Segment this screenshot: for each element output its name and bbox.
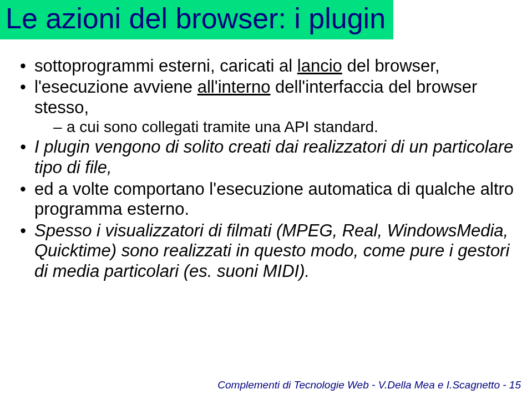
title-box: Le azioni del browser: i plugin [0, 0, 393, 39]
slide: Le azioni del browser: i plugin sottopro… [0, 0, 532, 399]
sub-bullet-1: a cui sono collegati tramite una API sta… [53, 118, 515, 136]
bullet-2-pre: l'esecuzione avviene [34, 77, 197, 97]
bullet-2-underline: all'interno [197, 77, 271, 97]
bullet-1: sottoprogrammi esterni, caricati al lanc… [19, 56, 515, 77]
footer-text: Complementi di Tecnologie Web - V.Della … [217, 379, 509, 391]
bullet-1-post: del browser, [342, 56, 440, 75]
bullet-5: Spesso i visualizzatori di filmati (MPEG… [19, 221, 515, 282]
bullet-1-pre: sottoprogrammi esterni, caricati al [34, 56, 297, 75]
slide-title: Le azioni del browser: i plugin [6, 3, 386, 34]
footer: Complementi di Tecnologie Web - V.Della … [217, 379, 521, 391]
sub-list: a cui sono collegati tramite una API sta… [53, 118, 515, 136]
page-number: 15 [509, 379, 521, 391]
bullet-2: l'esecuzione avviene all'interno dell'in… [19, 77, 515, 136]
bullet-4: ed a volte comportano l'esecuzione autom… [19, 179, 515, 220]
bullet-1-underline: lancio [297, 56, 342, 75]
bullet-3: I plugin vengono di solito creati dai re… [19, 137, 515, 178]
bullet-list: sottoprogrammi esterni, caricati al lanc… [19, 56, 515, 282]
content-area: sottoprogrammi esterni, caricati al lanc… [0, 39, 532, 282]
